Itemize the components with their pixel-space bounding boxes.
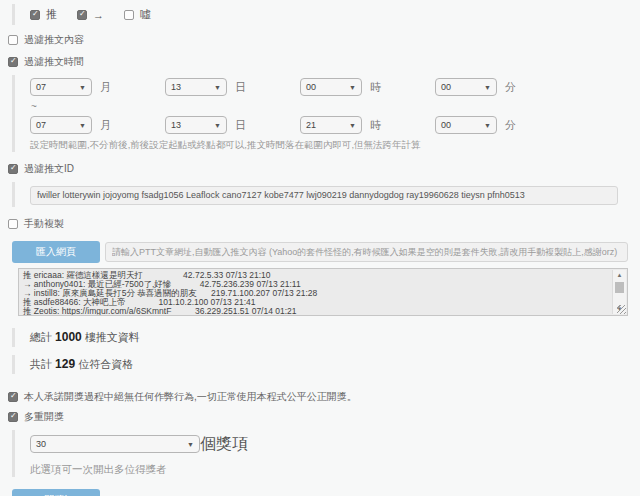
end-minute-select[interactable]: 00 ▼ <box>435 116 497 134</box>
start-day-value: 13 <box>171 82 181 92</box>
chevron-down-icon: ▼ <box>484 84 491 91</box>
filter-id-label: 過濾推文ID <box>24 162 74 176</box>
day-unit-label: 日 <box>235 80 246 95</box>
push-checkbox[interactable] <box>30 10 40 20</box>
pledge-checkbox[interactable] <box>8 392 18 402</box>
start-month-select[interactable]: 07 ▼ <box>30 78 92 96</box>
minute-unit-label: 分 <box>505 80 516 95</box>
time-start-row: 07 ▼ 月 13 ▼ 日 00 ▼ 時 <box>30 78 640 96</box>
hour-unit-label: 時 <box>370 118 381 133</box>
end-month-select[interactable]: 07 ▼ <box>30 116 92 134</box>
start-hour-select[interactable]: 00 ▼ <box>300 78 362 96</box>
lottery-tool-page: 推 → 噓 過濾推文內容 過濾推文時間 07 ▼ 月 13 <box>0 0 640 496</box>
scroll-up-icon[interactable]: ▲ <box>617 270 623 280</box>
end-day-select[interactable]: 13 ▼ <box>165 116 227 134</box>
filter-content-checkbox[interactable] <box>8 35 18 45</box>
arrow-checkbox[interactable] <box>77 10 87 20</box>
qualified-suffix: 位符合資格 <box>78 358 133 370</box>
multi-draw-row: 多重開獎 <box>8 410 640 424</box>
total-comments-stat: 總計 1000 樓推文資料 <box>12 328 640 347</box>
filter-id-input[interactable] <box>30 186 618 205</box>
filter-content-label: 過濾推文內容 <box>24 33 84 47</box>
start-hour-value: 00 <box>306 82 316 92</box>
prize-note: 此選項可一次開出多位得獎者 <box>30 463 640 477</box>
month-unit-label: 月 <box>100 80 111 95</box>
filter-time-checkbox[interactable] <box>8 57 18 67</box>
multi-draw-label: 多重開獎 <box>24 410 64 424</box>
chevron-down-icon: ▼ <box>214 122 221 129</box>
filter-content-row: 過濾推文內容 <box>8 33 640 47</box>
qualified-prefix: 共計 <box>30 358 52 370</box>
chevron-down-icon: ▼ <box>187 441 194 448</box>
filter-time-row: 過濾推文時間 <box>8 55 640 69</box>
total-prefix: 總計 <box>30 331 52 343</box>
start-day-select[interactable]: 13 ▼ <box>165 78 227 96</box>
start-month-value: 07 <box>36 82 46 92</box>
end-month-value: 07 <box>36 120 46 130</box>
import-row: 匯入網頁 <box>12 241 628 263</box>
hour-unit-label: 時 <box>370 80 381 95</box>
minute-unit-label: 分 <box>505 118 516 133</box>
resize-grip-icon[interactable] <box>617 305 626 314</box>
filter-id-checkbox[interactable] <box>8 164 18 174</box>
push-type-filter-row: 推 → 噓 <box>12 4 640 25</box>
import-url-button[interactable]: 匯入網頁 <box>12 241 100 263</box>
chevron-down-icon: ▼ <box>79 84 86 91</box>
end-hour-select[interactable]: 21 ▼ <box>300 116 362 134</box>
end-hour-value: 21 <box>306 120 316 130</box>
comment-line: 推 Zeotis: https://imgur.com/a/6SKmntF 36… <box>23 307 609 315</box>
end-minute-value: 00 <box>441 120 451 130</box>
day-unit-label: 日 <box>235 118 246 133</box>
chevron-down-icon: ▼ <box>79 122 86 129</box>
chevron-down-icon: ▼ <box>484 122 491 129</box>
manual-copy-label: 手動複製 <box>24 217 64 231</box>
boo-label: 噓 <box>140 7 151 22</box>
prize-count-group: 30 ▼ 個獎項 此選項可一次開出多位得獎者 <box>12 430 640 477</box>
prize-count-value: 30 <box>36 439 46 449</box>
time-range-group: 07 ▼ 月 13 ▼ 日 00 ▼ 時 <box>12 75 640 152</box>
prize-unit-label: 個獎項 <box>200 434 248 455</box>
draw-button[interactable]: 開獎! <box>12 489 100 496</box>
chevron-down-icon: ▼ <box>349 122 356 129</box>
end-day-value: 13 <box>171 120 181 130</box>
time-end-row: 07 ▼ 月 13 ▼ 日 21 ▼ 時 <box>30 116 640 134</box>
pledge-label: 本人承諾開獎過程中絕無任何作弊行為,一切正常使用本程式公平公正開獎。 <box>24 390 357 404</box>
qualified-count: 129 <box>55 357 75 371</box>
time-range-note: 設定時間範圍,不分前後,前後設定起點或終點都可以,推文時間落在範圍內即可,但無法… <box>30 139 640 152</box>
comments-textarea[interactable]: 推 ericaaa: 羅德這樣還是明天打 42.72.5.33 07/13 21… <box>18 268 628 316</box>
qualified-stat: 共計 129 位符合資格 <box>12 355 640 374</box>
manual-copy-checkbox[interactable] <box>8 219 18 229</box>
arrow-label: → <box>93 9 104 21</box>
chevron-down-icon: ▼ <box>214 84 221 91</box>
pledge-row: 本人承諾開獎過程中絕無任何作弊行為,一切正常使用本程式公平公正開獎。 <box>8 390 640 404</box>
boo-checkbox[interactable] <box>124 10 134 20</box>
month-unit-label: 月 <box>100 118 111 133</box>
filter-time-label: 過濾推文時間 <box>24 55 84 69</box>
chevron-down-icon: ▼ <box>349 84 356 91</box>
manual-copy-row: 手動複製 <box>8 217 640 231</box>
start-minute-select[interactable]: 00 ▼ <box>435 78 497 96</box>
filter-id-row: 過濾推文ID <box>8 162 640 176</box>
push-label: 推 <box>46 7 57 22</box>
total-suffix: 樓推文資料 <box>85 331 140 343</box>
scrollbar-track[interactable] <box>613 280 626 304</box>
multi-draw-checkbox[interactable] <box>8 412 18 422</box>
article-url-input[interactable] <box>105 242 628 262</box>
start-minute-value: 00 <box>441 82 451 92</box>
prize-count-select[interactable]: 30 ▼ <box>30 435 200 453</box>
scrollbar-thumb[interactable] <box>615 282 624 293</box>
total-count: 1000 <box>55 330 82 344</box>
filter-id-input-group <box>12 182 640 207</box>
time-range-separator: ~ <box>31 101 640 112</box>
